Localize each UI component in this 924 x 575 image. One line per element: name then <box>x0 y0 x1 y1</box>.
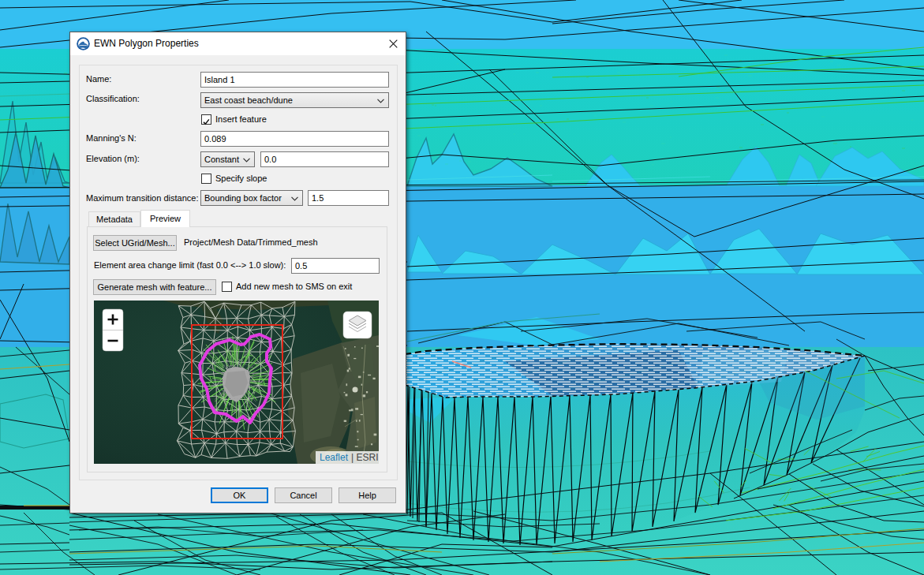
svg-text:Leaflet: Leaflet <box>320 452 349 463</box>
svg-text:| ESRI: | ESRI <box>351 452 378 463</box>
